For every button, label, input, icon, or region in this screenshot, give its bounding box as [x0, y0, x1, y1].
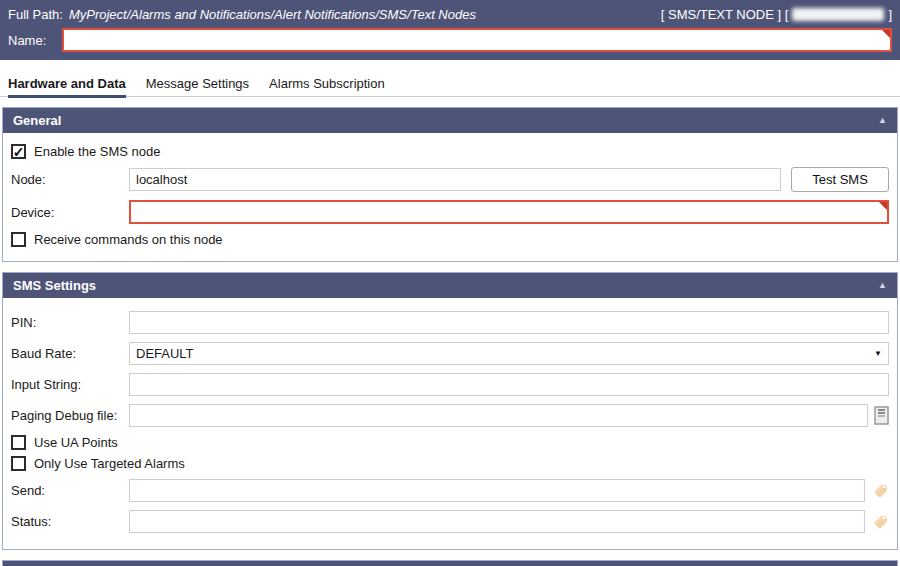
- collapse-up-icon[interactable]: ▲: [878, 116, 887, 125]
- general-section-title: General: [13, 113, 61, 128]
- baud-rate-selected-value: DEFAULT: [136, 346, 194, 361]
- enable-sms-node-checkbox[interactable]: ✓: [11, 144, 26, 159]
- title-bar: Full Path: MyProject/Alarms and Notifica…: [0, 0, 900, 60]
- pin-input[interactable]: [129, 311, 889, 334]
- collapse-up-icon[interactable]: ▲: [878, 281, 887, 290]
- tab-hardware-and-data[interactable]: Hardware and Data: [8, 74, 126, 98]
- send-input[interactable]: [129, 479, 865, 502]
- tab-alarms-subscription[interactable]: Alarms Subscription: [269, 74, 385, 96]
- receive-commands-label: Receive commands on this node: [34, 232, 223, 247]
- send-row: Send:: [11, 479, 889, 502]
- use-ua-points-checkbox[interactable]: [11, 435, 26, 450]
- status-row: Status:: [11, 510, 889, 533]
- input-string-row: Input String:: [11, 373, 889, 396]
- device-field-wrap: [129, 200, 889, 224]
- sms-settings-section-header[interactable]: SMS Settings ▲: [3, 273, 897, 298]
- only-targeted-alarms-row: Only Use Targeted Alarms: [11, 456, 889, 471]
- use-ua-points-row: Use UA Points: [11, 435, 889, 450]
- invalid-corner-flag: [882, 30, 890, 38]
- receive-commands-row: Receive commands on this node: [11, 232, 889, 247]
- sms-settings-section-title: SMS Settings: [13, 278, 96, 293]
- general-section: General ▲ ✓ Enable the SMS node Node: Te…: [2, 107, 898, 262]
- node-type-badge: [ SMS/TEXT NODE ] [ ]: [661, 7, 892, 22]
- sierra-modem-settings-section-header[interactable]: Sierra Modem Settings ▼: [3, 561, 897, 566]
- name-label: Name:: [8, 33, 62, 48]
- input-string-label: Input String:: [11, 377, 129, 392]
- paging-debug-file-row: Paging Debug file:: [11, 404, 889, 427]
- only-targeted-alarms-checkbox[interactable]: [11, 456, 26, 471]
- status-label: Status:: [11, 514, 129, 529]
- breadcrumb: Full Path: MyProject/Alarms and Notifica…: [8, 7, 476, 22]
- enable-sms-node-row: ✓ Enable the SMS node: [11, 144, 889, 159]
- node-input[interactable]: [129, 168, 781, 191]
- full-path-value: MyProject/Alarms and Notifications/Alert…: [69, 7, 476, 22]
- invalid-corner-flag: [879, 202, 887, 210]
- device-input[interactable]: [129, 200, 889, 224]
- name-input[interactable]: [62, 28, 892, 52]
- status-input[interactable]: [129, 510, 865, 533]
- enable-sms-node-label: Enable the SMS node: [34, 144, 160, 159]
- sms-settings-section: SMS Settings ▲ PIN: Baud Rate: DEFAULT ▼…: [2, 272, 898, 550]
- only-targeted-alarms-label: Only Use Targeted Alarms: [34, 456, 185, 471]
- use-ua-points-label: Use UA Points: [34, 435, 118, 450]
- pin-label: PIN:: [11, 315, 129, 330]
- file-browse-icon[interactable]: [874, 406, 889, 425]
- full-path-label: Full Path:: [8, 7, 63, 22]
- baud-rate-select[interactable]: DEFAULT ▼: [129, 342, 889, 365]
- receive-commands-checkbox[interactable]: [11, 232, 26, 247]
- send-label: Send:: [11, 483, 129, 498]
- node-label: Node:: [11, 172, 129, 187]
- tag-drop-icon[interactable]: [871, 482, 889, 500]
- name-field-wrap: [62, 28, 892, 52]
- paging-debug-file-label: Paging Debug file:: [11, 408, 129, 423]
- tab-bar: Hardware and Data Message Settings Alarm…: [0, 60, 900, 97]
- dropdown-arrow-icon: ▼: [874, 349, 882, 358]
- redacted-node-name: [792, 8, 884, 21]
- baud-rate-row: Baud Rate: DEFAULT ▼: [11, 342, 889, 365]
- baud-rate-label: Baud Rate:: [11, 346, 129, 361]
- input-string-input[interactable]: [129, 373, 889, 396]
- device-label: Device:: [11, 205, 129, 220]
- sierra-modem-settings-section: Sierra Modem Settings ▼: [2, 560, 898, 566]
- tag-drop-icon[interactable]: [871, 513, 889, 531]
- test-sms-button[interactable]: Test SMS: [791, 167, 889, 192]
- tab-message-settings[interactable]: Message Settings: [146, 74, 249, 96]
- node-row: Node: Test SMS: [11, 167, 889, 192]
- device-row: Device:: [11, 200, 889, 224]
- paging-debug-file-input[interactable]: [129, 404, 868, 427]
- pin-row: PIN:: [11, 311, 889, 334]
- general-section-header[interactable]: General ▲: [3, 108, 897, 133]
